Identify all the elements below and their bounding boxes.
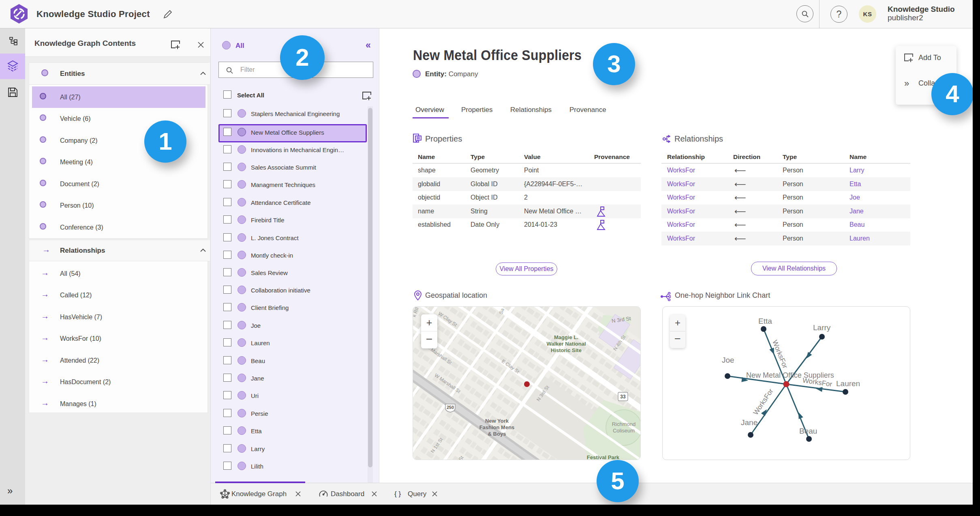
- svg-text:250: 250: [447, 405, 454, 410]
- svg-text:Joe: Joe: [722, 356, 734, 364]
- svg-text:Historic Site: Historic Site: [551, 347, 582, 353]
- svg-text:Jane: Jane: [741, 418, 757, 427]
- svg-text:New York: New York: [485, 418, 509, 424]
- svg-text:Coliseum: Coliseum: [613, 428, 635, 434]
- svg-text:New Metal Office Suppliers: New Metal Office Suppliers: [746, 371, 834, 379]
- svg-text:Richmond: Richmond: [612, 421, 636, 427]
- svg-text:& Boys: & Boys: [488, 431, 506, 437]
- svg-text:Larry: Larry: [813, 323, 831, 332]
- svg-text:Beau: Beau: [799, 427, 817, 435]
- svg-text:Fashion Mens: Fashion Mens: [479, 424, 515, 430]
- svg-text:Festival Park: Festival Park: [587, 454, 620, 460]
- svg-text:Etta: Etta: [758, 317, 772, 325]
- svg-text:Maggie L.: Maggie L.: [554, 334, 578, 340]
- svg-text:33: 33: [620, 394, 626, 400]
- svg-text:Walker National: Walker National: [546, 341, 586, 347]
- svg-text:Lauren: Lauren: [836, 379, 860, 388]
